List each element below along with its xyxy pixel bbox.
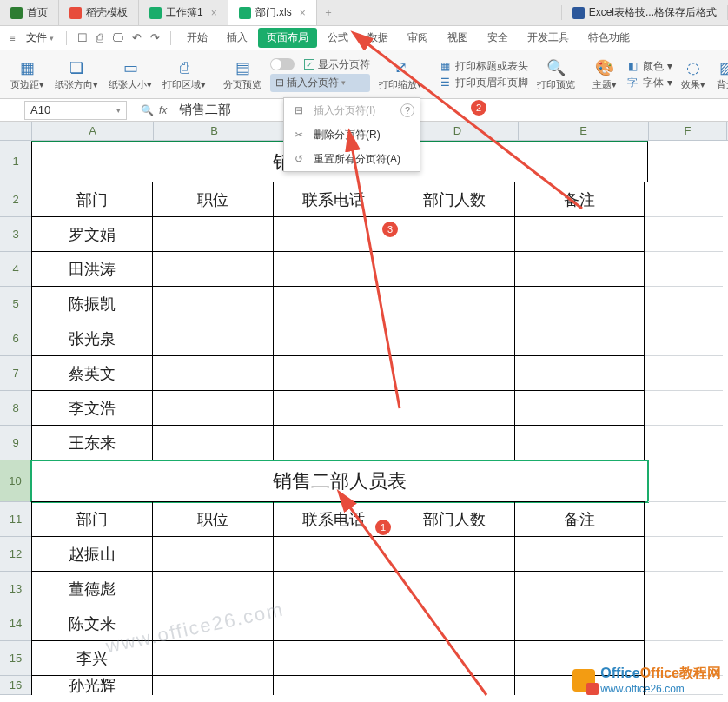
tab-bumen-xls[interactable]: 部门.xls× — [228, 0, 317, 25]
tab-label: 部门.xls — [255, 5, 292, 20]
btn-orientation[interactable]: ❏纸张方向▾ — [50, 57, 103, 91]
row-header[interactable]: 1 — [0, 141, 32, 182]
menu-insert[interactable]: 插入 — [218, 26, 256, 50]
row-header[interactable]: 14 — [0, 606, 32, 641]
site-logo: OfficeOffice教程网 www.office26.com — [572, 665, 721, 695]
cell-title2[interactable]: 销售二部人员表 — [31, 460, 648, 502]
color-icon: ◧ — [625, 59, 639, 73]
btn-margins[interactable]: ▦页边距▾ — [5, 57, 50, 91]
tab-excel-tip[interactable]: Excel表格技...格保存后格式 — [561, 5, 728, 20]
btn-page-preview[interactable]: ▤分页预览 — [218, 57, 267, 91]
menu-data[interactable]: 数据 — [359, 26, 397, 50]
dd-reset-break[interactable]: ↺重置所有分页符(A) — [284, 147, 420, 171]
col-header-e[interactable]: E — [519, 122, 649, 140]
btn-theme-color[interactable]: ◧颜色▾ — [625, 59, 672, 74]
fx-icon[interactable]: fx — [159, 104, 167, 116]
insert-break-icon: ⊟ — [291, 104, 307, 116]
menu-view[interactable]: 视图 — [439, 26, 477, 50]
ribbon-page-layout: ▦页边距▾ ❏纸张方向▾ ▭纸张大小▾ ⎙打印区域▾ ▤分页预览 ✓显示分页符 … — [0, 50, 728, 99]
printarea-icon: ⎙ — [174, 57, 195, 78]
zoom-icon[interactable]: 🔍 — [141, 104, 154, 116]
row-header[interactable]: 7 — [0, 356, 32, 391]
label-show-break: 显示分页符 — [318, 57, 370, 72]
checkbox-show-break[interactable]: ✓ — [304, 59, 314, 70]
row-header[interactable]: 3 — [0, 217, 32, 252]
menu-formula[interactable]: 公式 — [319, 26, 357, 50]
close-icon[interactable]: × — [211, 7, 217, 19]
btn-print-titles[interactable]: ▦打印标题或表头 — [438, 59, 528, 74]
row-header-selected[interactable]: 10 — [0, 460, 32, 502]
row-header[interactable]: 2 — [0, 182, 32, 217]
logo-url: www.office26.com — [600, 683, 721, 695]
papersize-icon: ▭ — [120, 57, 141, 78]
menu-security[interactable]: 安全 — [479, 26, 517, 50]
menu-page-layout[interactable]: 页面布局 — [258, 28, 317, 48]
file-menu[interactable]: 文件 ▾ — [21, 30, 59, 45]
docer-icon — [69, 7, 82, 19]
tab-label: 工作簿1 — [166, 5, 203, 20]
home-icon — [10, 7, 23, 19]
btn-print-preview[interactable]: 🔍打印预览 — [532, 57, 580, 91]
row-header[interactable]: 6 — [0, 321, 32, 356]
qa-save-icon[interactable]: ☐ — [74, 31, 91, 44]
qa-redo-icon[interactable]: ↷ — [147, 31, 163, 44]
row-header[interactable]: 4 — [0, 252, 32, 287]
row-header[interactable]: 12 — [0, 537, 32, 572]
spreadsheet-grid: 1销售一部人员表 2部门职位联系电话部门人数备注 3罗文娟 4田洪涛 5陈振凯 … — [0, 141, 728, 695]
delete-break-icon: ✂ — [291, 129, 307, 141]
close-icon[interactable]: × — [300, 7, 306, 19]
btn-theme[interactable]: 🎨主题▾ — [587, 57, 622, 91]
tab-label: 首页 — [27, 5, 48, 20]
col-header-a[interactable]: A — [32, 122, 154, 140]
qa-preview-icon[interactable]: 🖵 — [109, 31, 127, 44]
tab-docer[interactable]: 稻壳模板 — [59, 0, 139, 25]
tab-label: 稻壳模板 — [86, 5, 128, 20]
dd-insert-break[interactable]: ⊟插入分页符(I) — [284, 98, 420, 123]
qa-print-icon[interactable]: ⎙ — [93, 31, 107, 44]
new-tab-button[interactable]: ＋ — [317, 0, 340, 25]
menu-bar: ≡ 文件 ▾ ☐ ⎙ 🖵 ↶ ↷ 开始 插入 页面布局 公式 数据 审阅 视图 … — [0, 26, 728, 50]
name-box[interactable]: A10▾ — [24, 101, 127, 120]
btn-insert-break[interactable]: ⊟插入分页符▾ — [270, 74, 370, 92]
annotation-badge-3: 3 — [382, 222, 398, 237]
menu-devtools[interactable]: 开发工具 — [519, 26, 578, 50]
reset-break-icon: ↺ — [291, 153, 307, 165]
tab-label: Excel表格技...格保存后格式 — [589, 5, 717, 20]
row-header[interactable]: 8 — [0, 391, 32, 426]
menu-start[interactable]: 开始 — [178, 26, 216, 50]
tab-home[interactable]: 首页 — [0, 0, 59, 25]
printpreview-icon: 🔍 — [546, 57, 566, 78]
btn-header-footer[interactable]: ☰打印页眉和页脚 — [438, 76, 528, 90]
col-header-f[interactable]: F — [649, 122, 727, 140]
btn-theme-font[interactable]: 字字体▾ — [625, 76, 672, 90]
theme-icon: 🎨 — [594, 57, 615, 78]
sheet-icon — [239, 7, 251, 19]
qa-undo-icon[interactable]: ↶ — [129, 31, 145, 44]
tab-workbook1[interactable]: 工作簿1× — [139, 0, 228, 25]
menu-features[interactable]: 特色功能 — [579, 26, 639, 50]
btn-background[interactable]: ▨背景 — [711, 57, 728, 91]
menu-review[interactable]: 审阅 — [399, 26, 437, 50]
row-header[interactable]: 13 — [0, 572, 32, 606]
dd-delete-break[interactable]: ✂删除分页符(R) — [284, 123, 420, 147]
switch-unknown[interactable] — [270, 58, 295, 70]
col-header-b[interactable]: B — [154, 122, 275, 140]
insert-break-dropdown: ? ⊟插入分页符(I) ✂删除分页符(R) ↺重置所有分页符(A) — [283, 97, 420, 172]
row-header[interactable]: 16 — [0, 676, 32, 695]
help-icon[interactable]: ? — [400, 103, 414, 117]
row-header[interactable]: 9 — [0, 426, 32, 460]
row-header[interactable]: 15 — [0, 641, 32, 676]
row-header[interactable]: 5 — [0, 287, 32, 321]
annotation-badge-2: 2 — [471, 100, 486, 116]
font-icon: 字 — [625, 76, 639, 89]
formula-input[interactable]: 销售二部 — [174, 102, 728, 118]
logo-text: OfficeOffice教程网 — [600, 666, 721, 680]
app-menu-icon[interactable]: ≡ — [5, 32, 19, 44]
btn-print-area[interactable]: ⎙打印区域▾ — [157, 57, 211, 91]
btn-paper-size[interactable]: ▭纸张大小▾ — [103, 57, 157, 91]
row-header[interactable]: 11 — [0, 502, 32, 537]
btn-effects[interactable]: ◌效果▾ — [676, 57, 711, 91]
btn-print-scale[interactable]: ⤢打印缩放▾ — [374, 57, 427, 91]
select-all-corner[interactable] — [0, 122, 32, 140]
titles-icon: ▦ — [438, 59, 452, 73]
